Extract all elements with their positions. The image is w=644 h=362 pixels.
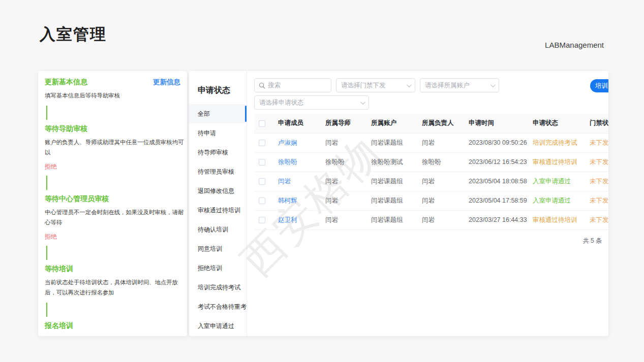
sidebar-title: 申请状态 (189, 85, 247, 104)
apply-status-cell: 审核通过待培训 (528, 210, 585, 229)
table-row: 韩柯辉 闫岩 闫岩课题组 闫岩 2023/05/04 17:58:59 入室申请… (254, 191, 608, 210)
row-checkbox[interactable] (259, 140, 265, 146)
sidebar-item[interactable]: 同意培训 (189, 239, 247, 258)
step-description: 中心管理员发布培训通知后，系统会在此流程中显示跟培训的相关信息，同时您自己也需要… (45, 334, 185, 336)
account-cell: 闫岩课题组 (366, 133, 417, 152)
sidebar-item[interactable]: 培训完成待考试 (189, 278, 247, 297)
sidebar-item-label: 入室申请通过 (198, 322, 234, 330)
member-link[interactable]: 徐盼盼 (278, 158, 297, 166)
row-checkbox[interactable] (259, 217, 265, 223)
row-checkbox-cell (254, 210, 273, 229)
sidebar-item-label: 审核通过待培训 (198, 207, 240, 214)
status-filter-select[interactable]: 请选择申请状态 (254, 95, 369, 110)
reject-label: 拒绝 (45, 162, 185, 171)
sidebar-item-label: 待确认培训 (198, 226, 228, 233)
main-panel: 申请状态 全部 待申请 待导师审核 待管理员审核 退回修改信息 审核通过待培训 … (189, 71, 608, 336)
sidebar-item[interactable]: 入室申请通过 (189, 316, 247, 336)
sidebar-item-label: 同意培训 (198, 245, 222, 252)
sidebar-item[interactable]: 待确认培训 (189, 220, 247, 239)
status-sidebar: 申请状态 全部 待申请 待导师审核 待管理员审核 退回修改信息 审核通过待培训 … (189, 71, 247, 336)
sidebar-item[interactable]: 考试不合格待重考 (189, 297, 247, 316)
sidebar-items: 全部 待申请 待导师审核 待管理员审核 退回修改信息 审核通过待培训 待确认培训… (189, 104, 247, 336)
step-title: 等待培训 (45, 265, 73, 274)
step-description: 填写基本信息后等待导助审核 (45, 90, 185, 101)
owner-cell: 徐盼盼 (417, 152, 464, 172)
sidebar-item-label: 退回修改信息 (198, 187, 234, 194)
sidebar-item-label: 培训完成待考试 (198, 284, 240, 291)
member-link[interactable]: 卢淑娴 (278, 139, 297, 146)
sidebar-item[interactable]: 待申请 (189, 123, 247, 143)
column-header: 所属账户 (366, 114, 417, 133)
row-checkbox[interactable] (259, 198, 265, 204)
sidebar-item[interactable]: 退回修改信息 (189, 181, 247, 201)
member-link[interactable]: 赵卫利 (278, 216, 297, 223)
member-link[interactable]: 韩柯辉 (278, 197, 297, 204)
step-description: 账户的负责人、导师或助理其中任意一位成员审核均可以 (45, 137, 185, 158)
account-filter-select[interactable]: 请选择所属账户 (420, 78, 499, 92)
sidebar-item-label: 待导师审核 (198, 149, 228, 156)
chevron-down-icon (490, 82, 496, 87)
row-checkbox-cell (254, 152, 273, 172)
sidebar-item[interactable]: 待导师审核 (189, 143, 247, 162)
account-cell: 闫岩课题组 (366, 172, 417, 191)
owner-cell: 闫岩 (417, 172, 464, 191)
step-description: 中心管理员不一定会时刻在线，如果没及时审核，请耐心等待 (45, 207, 185, 228)
select-all-checkbox[interactable] (259, 120, 265, 127)
apply-time-cell: 2023/05/04 17:58:59 (464, 191, 528, 210)
table-row: 闫岩 闫岩 闫岩课题组 闫岩 2023/05/04 18:08:58 入室申请通… (254, 172, 608, 191)
timeline-connector (46, 106, 47, 120)
filter-row-2: 请选择申请状态 (254, 95, 608, 110)
applications-table: 申请成员所属导师所属账户所属负责人申请时间申请状态门禁状态 卢淑娴 闫岩 闫岩课… (254, 114, 608, 230)
apply-time-cell: 2023/06/12 16:54:23 (464, 152, 528, 172)
flow-step: 等待中心管理员审核 中心管理员不一定会时刻在线，如果没及时审核，请耐心等待 拒绝 (45, 194, 185, 260)
flow-step: 更新基本信息 更新信息 填写基本信息后等待导助审核 (45, 78, 185, 120)
apply-status-cell: 培训完成待考试 (528, 133, 585, 152)
column-header: 所属负责人 (417, 114, 464, 133)
flow-step: 报名培训 中心管理员发布培训通知后，系统会在此流程中显示跟培训的相关信息，同时您… (45, 321, 185, 336)
owner-cell: 闫岩 (417, 210, 464, 229)
page: 入室管理 LABManagement 更新基本信息 更新信息 填写基本信息后等待… (0, 0, 644, 362)
step-description: 当前状态处于待培训状态，具体培训时间、地点开放后，可以再次进行报名参加 (45, 277, 185, 298)
sidebar-item[interactable]: 待管理员审核 (189, 162, 247, 181)
row-checkbox[interactable] (259, 178, 265, 185)
search-input[interactable]: 搜索 (254, 78, 331, 92)
filter-row-1: 搜索 请选择门禁下发 请选择所属账户 (254, 78, 608, 92)
brand-label: LABManagement (545, 41, 604, 49)
search-placeholder: 搜索 (268, 81, 281, 90)
sidebar-item-label: 拒绝培训 (198, 265, 222, 272)
step-title: 等待导助审核 (45, 124, 87, 134)
timeline-connector (46, 246, 47, 260)
update-info-link[interactable]: 更新信息 (153, 78, 180, 87)
column-header: 所属导师 (321, 114, 366, 133)
apply-status-cell: 入室申请通过 (528, 172, 585, 191)
flow-panel: 更新基本信息 更新信息 填写基本信息后等待导助审核 等待导助审核 账户的负责人、… (38, 71, 187, 336)
table-header-row: 申请成员所属导师所属账户所属负责人申请时间申请状态门禁状态 (254, 114, 608, 133)
select-all-cell (254, 114, 273, 133)
sidebar-item[interactable]: 审核通过待培训 (189, 201, 247, 220)
owner-cell: 闫岩 (417, 191, 464, 210)
flow-step: 等待导助审核 账户的负责人、导师或助理其中任意一位成员审核均可以 拒绝 (45, 124, 185, 190)
account-cell: 徐盼盼测试 (366, 152, 417, 172)
table-row: 赵卫利 闫岩 闫岩课题组 闫岩 2023/03/27 16:44:33 审核通过… (254, 210, 608, 229)
step-title: 更新基本信息 (45, 78, 87, 87)
owner-cell: 闫岩 (417, 133, 464, 152)
apply-time-cell: 2023/03/27 16:44:33 (464, 210, 528, 229)
column-header: 申请时间 (464, 114, 528, 133)
sidebar-item[interactable]: 全部 (189, 104, 247, 123)
gate-filter-select[interactable]: 请选择门禁下发 (336, 78, 415, 92)
step-title: 报名培训 (45, 321, 73, 331)
row-checkbox-cell (254, 191, 273, 210)
training-exercises-button[interactable]: 培训习题 (590, 79, 608, 92)
timeline-connector (46, 303, 47, 317)
gate-status-cell: 未下发 (585, 210, 608, 229)
chevron-down-icon (407, 82, 412, 87)
row-checkbox[interactable] (259, 159, 265, 166)
sidebar-item[interactable]: 拒绝培训 (189, 258, 247, 278)
status-filter-placeholder: 请选择申请状态 (259, 98, 304, 107)
column-header: 门禁状态 (585, 114, 608, 133)
account-cell: 闫岩课题组 (366, 191, 417, 210)
column-header: 申请成员 (273, 114, 321, 133)
mentor-cell: 闫岩 (321, 191, 366, 210)
flow-steps: 更新基本信息 更新信息 填写基本信息后等待导助审核 等待导助审核 账户的负责人、… (45, 78, 185, 336)
member-link[interactable]: 闫岩 (278, 178, 291, 185)
